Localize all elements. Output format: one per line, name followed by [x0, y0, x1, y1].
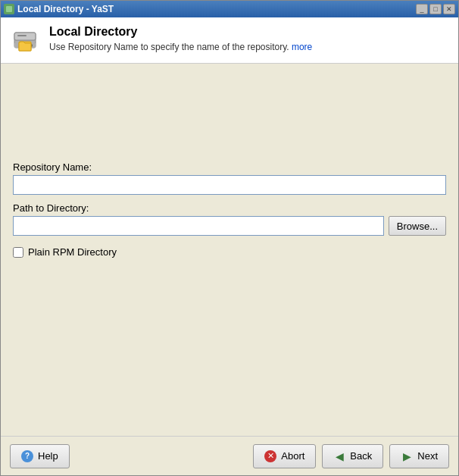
repo-name-group: Repository Name:: [13, 161, 446, 195]
maximize-button[interactable]: □: [429, 4, 442, 14]
bottom-spacer: [13, 258, 446, 430]
titlebar: Local Directory - YaST _ □ ✕: [1, 1, 458, 17]
footer: ? Help ✕ Abort ◀ Back ▶: [1, 436, 458, 475]
help-button[interactable]: ? Help: [10, 444, 70, 468]
back-button[interactable]: ◀ Back: [322, 444, 383, 468]
svg-rect-4: [17, 35, 27, 36]
path-input[interactable]: [13, 216, 384, 236]
more-link[interactable]: more: [292, 42, 312, 52]
repo-name-input[interactable]: [13, 175, 446, 195]
close-button[interactable]: ✕: [443, 4, 455, 14]
browse-button[interactable]: Browse...: [389, 216, 446, 236]
page-title: Local Directory: [49, 25, 312, 39]
titlebar-buttons: _ □ ✕: [416, 4, 455, 14]
abort-icon: ✕: [264, 450, 276, 462]
repo-name-label: Repository Name:: [13, 161, 446, 173]
abort-button[interactable]: ✕ Abort: [253, 444, 316, 468]
header-description: Use Repository Name to specify the name …: [49, 42, 312, 52]
footer-right: ✕ Abort ◀ Back ▶ Next: [253, 444, 449, 468]
next-icon: ▶: [401, 450, 413, 462]
plain-rpm-checkbox[interactable]: [13, 247, 23, 258]
header-icon: [10, 25, 40, 55]
path-label: Path to Directory:: [13, 202, 446, 214]
header: Local Directory Use Repository Name to s…: [1, 17, 458, 64]
minimize-button[interactable]: _: [416, 4, 428, 14]
plain-rpm-label: Plain RPM Directory: [28, 246, 117, 258]
back-icon: ◀: [333, 450, 345, 462]
path-group: Path to Directory: Browse...: [13, 202, 446, 236]
top-spacer: [13, 76, 446, 161]
header-text: Local Directory Use Repository Name to s…: [49, 25, 312, 52]
window-title: Local Directory - YaST: [17, 4, 114, 14]
plain-rpm-group: Plain RPM Directory: [13, 246, 446, 258]
next-button[interactable]: ▶ Next: [389, 444, 449, 468]
path-input-row: Browse...: [13, 216, 446, 236]
footer-left: ? Help: [10, 444, 70, 468]
app-icon: [4, 4, 14, 14]
form-section: Repository Name: Path to Directory: Brow…: [13, 161, 446, 258]
window: Local Directory - YaST _ □ ✕ Local Direc…: [0, 0, 459, 476]
titlebar-left: Local Directory - YaST: [4, 4, 114, 14]
help-icon: ?: [21, 450, 33, 462]
content: Repository Name: Path to Directory: Brow…: [1, 64, 458, 436]
